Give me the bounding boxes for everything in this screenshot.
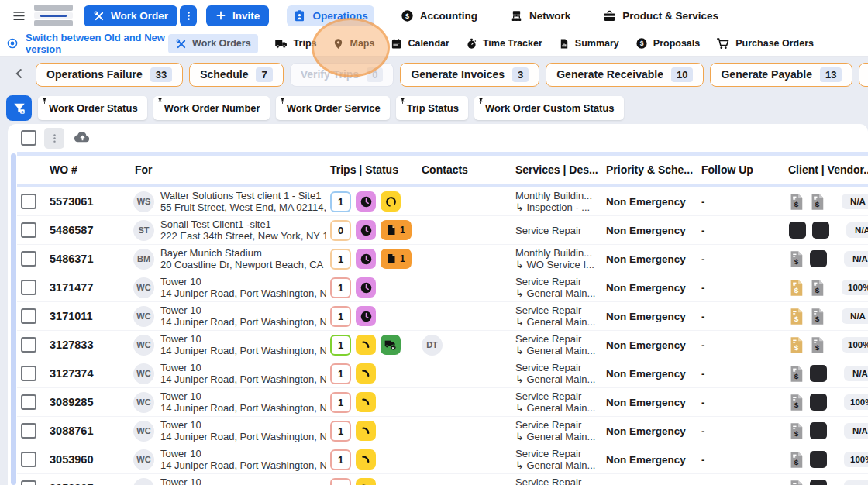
client-address: 14 Juniper Road, Port Washington, N xyxy=(160,431,326,442)
bulk-actions-button[interactable] xyxy=(44,128,64,149)
table-row[interactable]: 3053960WCTower 1014 Juniper Road, Port W… xyxy=(17,445,868,474)
filter-chip-work-order-service[interactable]: Work Order Service xyxy=(276,96,390,120)
table-row[interactable]: 3127374WCTower 1014 Juniper Road, Port W… xyxy=(17,359,868,388)
cell-contacts xyxy=(417,245,508,273)
row-checkbox[interactable] xyxy=(21,452,36,467)
client-invoice-icon[interactable]: $ xyxy=(789,451,804,469)
client-invoice-icon[interactable]: $ xyxy=(789,336,804,354)
nav-item-label: Network xyxy=(529,10,570,22)
service-sub: ↳ General Main... xyxy=(515,316,595,328)
service-lines: Service Repair↳ General Main... xyxy=(515,448,595,471)
calendar-icon xyxy=(391,38,402,50)
vertical-scrollbar[interactable] xyxy=(11,153,16,485)
row-checkbox[interactable] xyxy=(21,366,36,381)
client-invoice-icon[interactable]: $ xyxy=(789,365,804,383)
cell-for: WCTower 1014 Juniper Road, Port Washingt… xyxy=(130,302,326,330)
subnav-item-calendar[interactable]: Calendar xyxy=(391,38,450,50)
service-lines: Monthly Buildin...↳ WO Service I... xyxy=(515,247,594,270)
vendor-invoice-icon[interactable] xyxy=(810,250,827,267)
service-name: Service Repair xyxy=(515,476,595,485)
table-row[interactable]: 5486371BMBayer Munich Stadium20 Coastlin… xyxy=(17,245,868,273)
table-row[interactable]: 3127833WCTower 1014 Juniper Road, Port W… xyxy=(17,331,868,359)
client-invoice-icon[interactable]: $ xyxy=(789,394,804,411)
filter-chip-work-order-status[interactable]: Work Order Status xyxy=(38,96,147,120)
vendor-invoice-icon[interactable]: $ xyxy=(810,308,825,325)
trip-count-badge: 1 xyxy=(330,249,351,270)
vendor-invoice-icon[interactable] xyxy=(812,222,829,239)
stage-tab-count: 13 xyxy=(820,67,842,82)
table-row[interactable]: 5573061WSWalter Solutions Test client 1 … xyxy=(17,187,868,216)
filter-button[interactable]: a xyxy=(6,95,32,121)
vendor-invoice-icon[interactable] xyxy=(810,422,827,439)
subnav-items: Work OrdersTripsMapsCalendarTime Tracker… xyxy=(168,34,814,53)
subnav-item-time-tracker[interactable]: Time Tracker xyxy=(466,38,542,50)
wo-number: 5486371 xyxy=(40,245,130,273)
stage-tab-send-client-invoice[interactable]: Send Client Invoice4 xyxy=(859,63,868,87)
subnav-item-summary[interactable]: Summary xyxy=(559,38,619,50)
scroll-left-button[interactable] xyxy=(11,65,28,84)
row-checkbox[interactable] xyxy=(21,423,36,439)
table-row[interactable]: 3171477WCTower 1014 Juniper Road, Port W… xyxy=(17,273,868,302)
vendor-invoice-icon[interactable] xyxy=(810,451,827,468)
subnav-item-proposals[interactable]: $Proposals xyxy=(636,37,700,50)
subnav-item-work-orders[interactable]: Work Orders xyxy=(168,34,258,53)
client-invoice-icon[interactable]: $ xyxy=(789,250,804,268)
service-lines: Service Repair↳ General Main... xyxy=(515,362,595,385)
export-button[interactable] xyxy=(72,129,93,147)
svg-text:a: a xyxy=(21,108,23,113)
work-order-button[interactable]: Work Order xyxy=(84,5,177,26)
client-invoice-icon[interactable] xyxy=(789,222,806,239)
client-address: 14 Juniper Road, Port Washington, N xyxy=(160,345,326,356)
stage-tab-operations-failure[interactable]: Operations Failure33 xyxy=(36,63,183,87)
table-row[interactable]: 3171011WCTower 1014 Juniper Road, Port W… xyxy=(17,302,868,331)
stage-tab-generate-invoices[interactable]: Generate Invoices3 xyxy=(400,63,539,87)
row-checkbox[interactable] xyxy=(21,308,36,324)
follow-up-value: - xyxy=(694,245,780,273)
row-checkbox[interactable] xyxy=(21,480,36,485)
stage-tab-generate-payable[interactable]: Generate Payable13 xyxy=(710,63,852,87)
client-invoice-icon[interactable]: $ xyxy=(789,308,804,325)
wo-number: 3171011 xyxy=(40,302,130,330)
table-row[interactable]: 3089285WCTower 1014 Juniper Road, Port W… xyxy=(17,388,868,417)
client-address: 55 Fruit Street, West End, MA 02114, xyxy=(160,201,326,213)
subnav-item-purchase-orders[interactable]: Purchase Orders xyxy=(716,37,814,50)
vendor-invoice-icon[interactable] xyxy=(810,365,827,382)
client-invoice-icon[interactable]: $ xyxy=(789,193,804,211)
subnav-item-maps[interactable]: Maps xyxy=(332,38,374,50)
row-checkbox[interactable] xyxy=(21,194,36,209)
vendor-invoice-icon[interactable] xyxy=(810,394,827,411)
stage-tab-label: Generate Invoices xyxy=(411,68,505,81)
subnav-item-trips[interactable]: Trips xyxy=(274,37,317,50)
vendor-invoice-icon[interactable]: $ xyxy=(810,336,825,354)
nav-item-operations[interactable]: Operations xyxy=(287,5,374,26)
row-checkbox[interactable] xyxy=(21,337,36,353)
row-checkbox[interactable] xyxy=(21,394,36,410)
hamburger-menu-button[interactable] xyxy=(8,5,29,26)
trip-count-badge: 1 xyxy=(330,478,351,485)
cell-for: WCTower 1014 Juniper Road, Port Washingt… xyxy=(130,417,326,445)
vendor-invoice-icon[interactable] xyxy=(810,480,827,485)
table-row[interactable]: 3053307WCTower 1014 Juniper Road, Port W… xyxy=(17,474,868,485)
nav-item-accounting[interactable]: $Accounting xyxy=(394,5,484,26)
filter-chip-work-order-number[interactable]: Work Order Number xyxy=(153,96,270,120)
stage-tab-schedule[interactable]: Schedule7 xyxy=(189,63,283,87)
row-checkbox[interactable] xyxy=(21,251,36,267)
filter-chip-trip-status[interactable]: Trip Status xyxy=(396,96,468,120)
invite-button[interactable]: Invite xyxy=(206,5,269,26)
vendor-invoice-icon[interactable]: $ xyxy=(810,193,825,211)
client-invoice-icon[interactable]: $ xyxy=(789,480,804,485)
work-order-more-button[interactable] xyxy=(180,5,197,26)
table-row[interactable]: 3088761WCTower 1014 Juniper Road, Port W… xyxy=(17,417,868,445)
client-invoice-icon[interactable]: $ xyxy=(789,422,804,440)
nav-item-network[interactable]: Network xyxy=(504,5,577,26)
row-checkbox[interactable] xyxy=(21,222,36,238)
switch-version-link[interactable]: Switch between Old and New version xyxy=(6,32,168,55)
vendor-invoice-icon[interactable]: $ xyxy=(810,279,825,297)
table-row[interactable]: 5486587STSonali Test Client1 -site1222 E… xyxy=(17,216,868,245)
stage-tab-generate-receivable[interactable]: Generate Receivable10 xyxy=(546,63,704,87)
filter-chip-work-order-custom-status[interactable]: Work Order Custom Status xyxy=(474,96,624,120)
client-invoice-icon[interactable]: $ xyxy=(789,279,804,297)
row-checkbox[interactable] xyxy=(21,280,36,295)
select-all-checkbox[interactable] xyxy=(21,130,36,146)
nav-item-product-services[interactable]: Product & Services xyxy=(597,5,725,26)
